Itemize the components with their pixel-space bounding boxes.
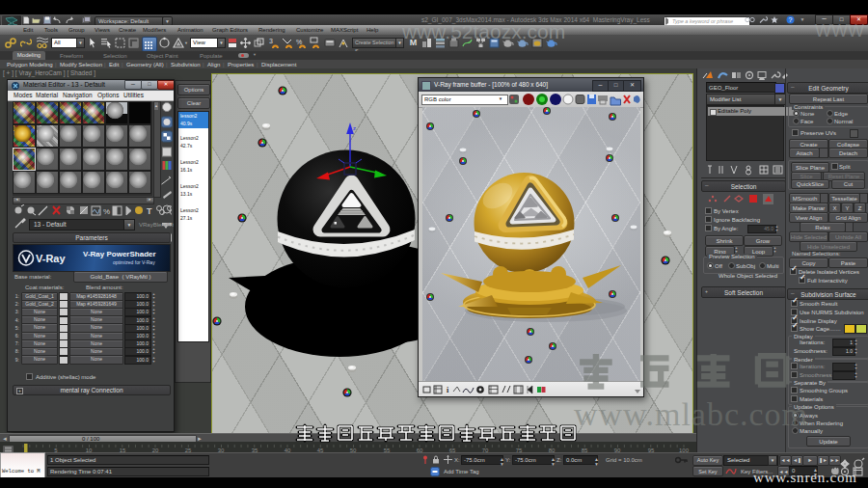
svg-text:z: z [353, 125, 356, 131]
svg-text:i: i [447, 386, 449, 394]
svg-text:%: % [296, 39, 302, 45]
svg-text:?: ? [788, 16, 792, 23]
svg-text:V-Ray: V-Ray [36, 253, 66, 264]
svg-text:T: T [147, 206, 152, 216]
svg-text:3: 3 [269, 38, 273, 44]
svg-text:%: % [103, 207, 110, 216]
